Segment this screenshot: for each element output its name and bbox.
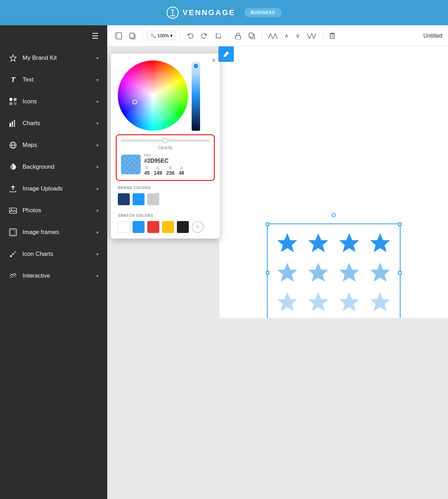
hamburger-icon: ☰	[92, 32, 99, 40]
color-wheel[interactable]	[118, 60, 188, 131]
swatch-red[interactable]	[147, 221, 159, 233]
toolbar-separator-5	[322, 32, 323, 40]
send-to-back-button[interactable]: ⋁⋁	[305, 30, 318, 41]
toolbar-separator-3	[228, 32, 229, 40]
svg-rect-28	[216, 34, 220, 38]
swatch-yellow[interactable]	[162, 221, 174, 233]
star-7	[337, 261, 362, 285]
canvas-bottom-gray	[107, 318, 448, 499]
svg-rect-32	[330, 34, 334, 39]
sidebar-item-label-icons: Icons	[23, 98, 91, 105]
copy-button[interactable]	[127, 30, 138, 41]
hex-value[interactable]: #2D95EC	[144, 158, 184, 164]
svg-point-15	[12, 163, 14, 165]
star-6	[306, 261, 331, 285]
color-info-box: Opacity Hex #2D95EC R 45	[116, 134, 215, 181]
svg-marker-38	[308, 233, 328, 252]
swatch-add-button[interactable]: +	[192, 221, 204, 233]
svg-rect-5	[9, 98, 12, 101]
document-title[interactable]: Untitled	[418, 33, 448, 39]
color-picker-close-button[interactable]: ×	[212, 57, 216, 64]
hex-label: Hex	[144, 153, 184, 157]
sidebar-item-charts[interactable]: Charts ▾	[0, 112, 107, 134]
zoom-control[interactable]: 🔍 100% ▾	[147, 31, 176, 40]
b-label: B	[169, 166, 172, 170]
icons-icon	[8, 97, 18, 106]
svg-point-35	[225, 55, 227, 57]
redo-button[interactable]	[199, 30, 210, 41]
svg-marker-42	[308, 263, 328, 282]
undo-button[interactable]	[185, 30, 196, 41]
photos-icon	[8, 206, 18, 215]
color-hex-text: Hex #2D95EC R 45 G 149	[144, 153, 184, 176]
star-11	[337, 290, 362, 314]
brand-color-3[interactable]	[147, 193, 159, 205]
svg-rect-19	[11, 230, 15, 235]
svg-marker-37	[277, 233, 297, 252]
color-dropper-button[interactable]	[218, 46, 234, 62]
bring-forward-button[interactable]: ∧	[282, 30, 291, 41]
crop-button[interactable]	[213, 30, 224, 41]
toolbar: 🔍 100% ▾	[107, 25, 448, 46]
sidebar-item-my-brand-kit[interactable]: My Brand Kit ▾	[0, 47, 107, 69]
icon-charts-icon	[8, 249, 18, 259]
sidebar-item-photos[interactable]: Photos ▾	[0, 200, 107, 221]
sidebar-menu-button[interactable]: ☰	[0, 25, 107, 47]
svg-rect-11	[14, 120, 15, 127]
sidebar-item-image-frames[interactable]: Image frames ▾	[0, 221, 107, 243]
sidebar-item-label-charts: Charts	[23, 120, 91, 127]
svg-rect-7	[9, 102, 12, 105]
bring-to-front-button[interactable]: ⋀⋀	[266, 30, 280, 41]
opacity-track[interactable]	[121, 140, 210, 142]
sidebar-item-maps[interactable]: Maps ▾	[0, 134, 107, 156]
opacity-slider-row	[121, 140, 210, 142]
lock-button[interactable]	[233, 30, 243, 41]
duplicate-button[interactable]	[246, 30, 257, 41]
sidebar-item-icons[interactable]: Icons ▾	[0, 91, 107, 112]
handle-mid-right[interactable]	[398, 271, 402, 274]
handle-top-right[interactable]	[398, 222, 402, 226]
color-hex-info: Hex #2D95EC R 45 G 149	[121, 153, 210, 176]
background-icon	[8, 162, 18, 171]
handle-mid-left[interactable]	[266, 271, 269, 274]
sidebar-item-label-text: Text	[23, 76, 91, 83]
b-value: 236	[166, 170, 174, 176]
brand-color-2[interactable]	[133, 193, 145, 205]
svg-rect-16	[9, 208, 17, 213]
swatch-colors-section: SWATCH COLORS +	[111, 214, 220, 239]
toolbar-separator-4	[262, 32, 262, 40]
chevron-down-icon: ▾	[96, 56, 99, 61]
star-2	[306, 231, 331, 255]
canvas-area: ×	[107, 46, 448, 499]
handle-top-left[interactable]	[266, 222, 269, 226]
star-10	[306, 290, 331, 314]
rgba-g: G 149	[154, 166, 162, 176]
sidebar: ☰ My Brand Kit ▾ T Text ▾	[0, 25, 107, 499]
sidebar-item-text[interactable]: T Text ▾	[0, 69, 107, 91]
delete-button[interactable]	[327, 30, 338, 41]
svg-rect-6	[14, 98, 17, 101]
sidebar-item-icon-charts[interactable]: Icon Charts ▾	[0, 243, 107, 265]
sidebar-item-interactive[interactable]: Interactive ▾	[0, 265, 107, 287]
brand-color-1[interactable]	[118, 193, 130, 205]
star-9	[275, 290, 300, 314]
swatch-black[interactable]	[177, 221, 189, 233]
business-button[interactable]: BUSINESS	[244, 8, 281, 17]
charts-icon	[8, 119, 18, 128]
sidebar-item-background[interactable]: Background ▾	[0, 156, 107, 178]
sidebar-item-label-icon-charts: Icon Charts	[23, 251, 91, 258]
swatch-blue[interactable]	[133, 221, 145, 233]
svg-marker-43	[339, 263, 359, 282]
chevron-down-icon-int: ▾	[96, 273, 99, 279]
sidebar-item-label-brand-kit: My Brand Kit	[23, 54, 91, 61]
rotate-handle[interactable]	[332, 213, 336, 217]
svg-rect-25	[115, 33, 117, 39]
logo-text: VENNGAGE	[183, 8, 235, 17]
color-wheel-container	[111, 53, 220, 134]
swatch-white[interactable]	[118, 221, 130, 233]
brightness-slider[interactable]	[192, 60, 200, 131]
send-backward-button[interactable]: ∨	[294, 30, 302, 41]
sidebar-item-image-uploads[interactable]: Image Uploads ▾	[0, 178, 107, 200]
color-swatch-preview[interactable]	[121, 155, 141, 174]
slide-panel-button[interactable]	[113, 30, 124, 41]
